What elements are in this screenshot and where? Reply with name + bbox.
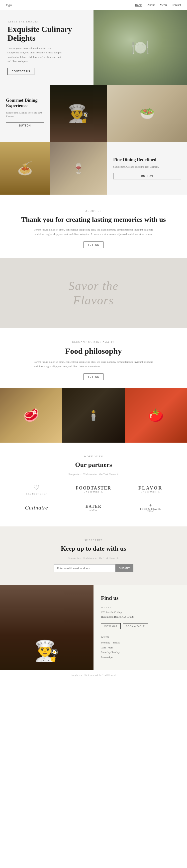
partners-grid: ♡ THE BEST CHEF FOODTASTER CALIFORNIA FL… xyxy=(10,483,177,514)
about-title: Thank you for creating lasting memories … xyxy=(20,215,167,224)
partner-culinaire-label: Culinaire xyxy=(25,504,48,511)
food-image-3 xyxy=(125,388,187,443)
subscribe-email-input[interactable] xyxy=(54,564,116,572)
subscribe-label: SUBSCRIBE xyxy=(25,539,162,542)
logo: logo xyxy=(6,3,12,7)
hero-text: TASTE THE LUXURY Exquisite Culinary Deli… xyxy=(0,10,94,85)
gallery-card1-body: Sample text. Click to select the Text El… xyxy=(6,111,44,118)
address-line1: 676 Pacific C Hwy xyxy=(101,611,122,614)
subscribe-section: SUBSCRIBE Keep up to date with us Sample… xyxy=(0,526,187,585)
gallery-card1-title: Gourmet Dining Experience xyxy=(6,98,44,108)
view-map-button[interactable]: VIEW MAP xyxy=(101,623,121,629)
partner-eater: EATER Malibu xyxy=(67,501,120,514)
find-us-hours: WHEN Monday – Friday 7am – 6pm Saturday/… xyxy=(101,635,180,660)
gallery-card-fine: Fine Dining Redefined Sample text. Click… xyxy=(107,142,187,195)
hero-image xyxy=(94,10,187,85)
find-us-when-label: WHEN xyxy=(101,635,180,639)
partner-flavor: FLAVOR CALIFORNIA xyxy=(124,483,177,496)
hours-weekend: Saturday/Sunday xyxy=(101,651,120,654)
partner-best-chef-label: THE BEST CHEF xyxy=(26,493,47,495)
partner-flavor-label: FLAVOR CALIFORNIA xyxy=(138,486,162,493)
gallery-row1: Gourmet Dining Experience Sample text. C… xyxy=(0,85,187,142)
find-us-where-label: WHERE xyxy=(101,606,180,609)
nav-links: Home About Menu Contact xyxy=(135,3,181,7)
subscribe-submit-button[interactable]: SUBMIT xyxy=(116,564,133,572)
footer-text: Sample text. Click to select the Text El… xyxy=(10,674,177,676)
about-label: ABOUT US xyxy=(20,210,167,212)
gallery-card2-button[interactable]: BUTTON xyxy=(113,173,181,179)
find-us-image xyxy=(0,585,94,670)
hours-weekend-time: 8am – 6pm xyxy=(101,656,114,659)
hours-weekday-time: 7am – 6pm xyxy=(101,646,114,649)
philosophy-label: ELEGANT CUISINE AWAITS xyxy=(15,341,172,343)
gallery-row2: Fine Dining Redefined Sample text. Click… xyxy=(0,142,187,195)
partner-foodtaster: FOODTASTER CALIFORNIA xyxy=(67,483,120,496)
subscribe-subtitle: Sample text. Click to select the Text El… xyxy=(25,556,162,559)
hero-title: Exquisite Culinary Delights xyxy=(7,25,86,42)
partners-title: Our partners xyxy=(10,461,177,469)
navbar: logo Home About Menu Contact xyxy=(0,0,187,10)
find-us-content: Find us WHERE 676 Pacific C Hwy Huntingt… xyxy=(94,585,187,670)
partner-foodtaster-label: FOODTASTER CALIFORNIA xyxy=(76,486,112,493)
gallery-pasta-image xyxy=(0,142,50,195)
gallery-table-image xyxy=(50,142,107,195)
about-body: Lorem ipsum dolor sit amet, consectetur … xyxy=(34,227,153,236)
gallery-card-gourmet: Gourmet Dining Experience Sample text. C… xyxy=(0,85,50,142)
partner-eater-label: EATER Malibu xyxy=(86,504,101,511)
food-trio xyxy=(0,388,187,443)
food-image-1 xyxy=(0,388,62,443)
find-us-address: 676 Pacific C Hwy Huntington Beach, CA 0… xyxy=(101,610,180,619)
nav-about[interactable]: About xyxy=(147,3,155,7)
address-line2: Huntington Beach, CA 07698 xyxy=(101,615,134,618)
nav-contact[interactable]: Contact xyxy=(172,3,181,7)
partner-culinaire: Culinaire xyxy=(10,501,63,514)
gallery-card2-title: Fine Dining Redefined xyxy=(113,157,181,162)
philosophy-title: Food philosophy xyxy=(15,346,172,356)
philosophy-button[interactable]: BUTTON xyxy=(84,373,104,380)
find-us-section: Find us WHERE 676 Pacific C Hwy Huntingt… xyxy=(0,585,187,670)
hero-subtitle: TASTE THE LUXURY xyxy=(7,20,86,23)
subscribe-title: Keep up to date with us xyxy=(25,545,162,552)
philosophy-section: ELEGANT CUISINE AWAITS Food philosophy L… xyxy=(0,328,187,388)
partner-food-travel: ✦ FOOD & TRAVEL SHOW xyxy=(124,501,177,514)
hours-weekday: Monday – Friday xyxy=(101,641,120,644)
gallery-dishes-image xyxy=(107,85,187,142)
footer: Sample text. Click to select the Text El… xyxy=(0,670,187,680)
find-us-buttons: VIEW MAP BOOK A TABLE xyxy=(101,623,180,629)
gallery-chef-image xyxy=(50,85,107,142)
partners-subtitle: Sample text. Click to select the Text El… xyxy=(10,472,177,475)
hero-body: Lorem ipsum dolor sit amet, consectetur … xyxy=(7,46,62,63)
subscribe-form: SUBMIT xyxy=(54,564,133,572)
hero-section: TASTE THE LUXURY Exquisite Culinary Deli… xyxy=(0,10,187,85)
chef-heart-icon: ♡ xyxy=(33,484,40,492)
nav-menu[interactable]: Menu xyxy=(160,3,167,7)
partners-label: WORK WITH xyxy=(10,455,177,458)
partner-best-chef: ♡ THE BEST CHEF xyxy=(10,483,63,496)
nav-home[interactable]: Home xyxy=(135,3,142,7)
gallery-card1-button[interactable]: BUTTON xyxy=(6,122,44,129)
blurred-section: Savor the Flavors xyxy=(0,258,187,328)
philosophy-body: Lorem ipsum dolor sit amet, consectetur … xyxy=(34,360,153,369)
gallery-card2-body: Sample text. Click to select the Text El… xyxy=(113,165,181,169)
hero-cta-button[interactable]: CONTACT US xyxy=(7,68,34,75)
find-us-title: Find us xyxy=(101,595,180,601)
partner-food-travel-label: ✦ FOOD & TRAVEL SHOW xyxy=(140,503,161,513)
partners-section: WORK WITH Our partners Sample text. Clic… xyxy=(0,443,187,526)
blurred-text: Savor the Flavors xyxy=(69,279,119,307)
food-image-2 xyxy=(62,388,125,443)
book-table-button[interactable]: BOOK A TABLE xyxy=(123,623,148,629)
about-section: ABOUT US Thank you for creating lasting … xyxy=(0,195,187,258)
about-button[interactable]: BUTTON xyxy=(84,242,104,248)
